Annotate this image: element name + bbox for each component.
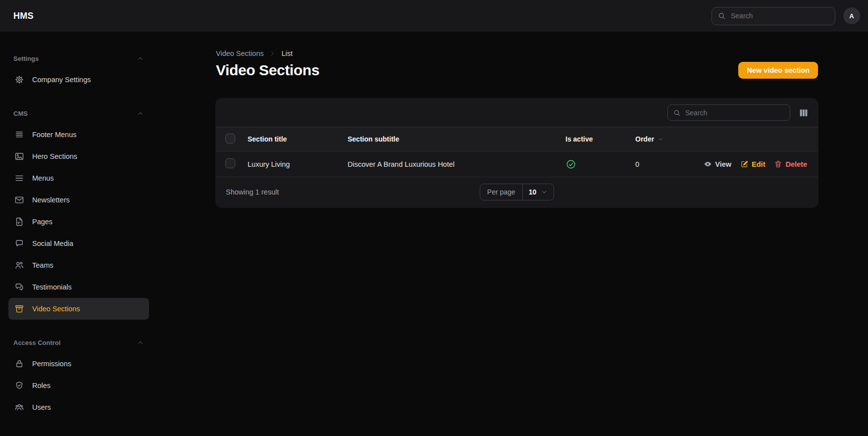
view-columns-icon xyxy=(798,107,809,118)
sidebar-item-video-sections[interactable]: Video Sections xyxy=(8,298,149,320)
sidebar-item-label: Users xyxy=(32,403,51,411)
sidebar-item-label: Company Settings xyxy=(32,76,91,84)
sidebar-item-testimonials[interactable]: Testimonials xyxy=(8,276,149,298)
user-avatar[interactable]: A xyxy=(843,7,860,24)
chevron-up-icon xyxy=(137,55,144,62)
sidebar-item-label: Video Sections xyxy=(32,305,80,313)
table-footer: Showing 1 result Per page 10 xyxy=(216,177,818,207)
select-all-checkbox[interactable] xyxy=(225,134,235,144)
toggle-columns-button[interactable] xyxy=(797,106,810,119)
sidebar-item-pages[interactable]: Pages xyxy=(8,211,149,233)
sidebar-group-cms: CMS Footer Menus Hero Sections Menu xyxy=(8,107,149,320)
column-header-is-active: Is active xyxy=(565,135,635,143)
chat-bubble-icon xyxy=(14,239,24,248)
group-label: Settings xyxy=(13,55,39,62)
per-page-select[interactable]: 10 xyxy=(523,184,554,200)
edit-action[interactable]: Edit xyxy=(740,160,765,168)
per-page-control: Per page 10 xyxy=(480,184,554,200)
check-circle-icon xyxy=(565,159,576,170)
sidebar-item-users[interactable]: Users xyxy=(8,396,149,418)
gear-icon xyxy=(14,75,24,85)
brand-logo[interactable]: HMS xyxy=(13,11,34,21)
sidebar-item-permissions[interactable]: Permissions xyxy=(8,353,149,375)
search-icon xyxy=(717,12,726,20)
sidebar-item-label: Testimonials xyxy=(32,283,72,291)
search-icon xyxy=(673,109,681,117)
sidebar-group-access-control: Access Control Permissions Roles Us xyxy=(8,337,149,418)
chevron-down-icon xyxy=(541,189,548,195)
chevron-right-icon xyxy=(269,50,276,57)
trash-icon xyxy=(774,160,782,168)
table-search xyxy=(667,104,790,121)
delete-action-label: Delete xyxy=(785,160,807,168)
row-checkbox[interactable] xyxy=(225,158,235,168)
group-label: Access Control xyxy=(13,339,60,346)
sidebar-item-social-media[interactable]: Social Media xyxy=(8,233,149,254)
sidebar-item-label: Menus xyxy=(32,174,54,182)
row-actions: View Edit Delete xyxy=(704,160,807,168)
new-video-section-button[interactable]: New video section xyxy=(738,62,818,79)
column-header-order-label: Order xyxy=(635,135,654,143)
photo-icon xyxy=(14,151,24,161)
global-search-input[interactable] xyxy=(712,7,835,25)
sidebar-group-access-control-header[interactable]: Access Control xyxy=(8,337,149,348)
pencil-square-icon xyxy=(740,160,749,168)
view-action[interactable]: View xyxy=(704,160,731,168)
cell-order: 0 xyxy=(635,160,710,168)
edit-action-label: Edit xyxy=(752,160,765,168)
chat-bubbles-icon xyxy=(14,282,24,292)
breadcrumb-list: List xyxy=(281,49,293,57)
hamburger-icon xyxy=(14,173,24,183)
row-select-cell xyxy=(225,158,248,170)
delete-action[interactable]: Delete xyxy=(774,160,807,168)
sidebar-item-hero-sections[interactable]: Hero Sections xyxy=(8,145,149,167)
sidebar-group-cms-header[interactable]: CMS xyxy=(8,107,149,119)
sidebar-item-company-settings[interactable]: Company Settings xyxy=(8,69,149,91)
list-lines-icon xyxy=(14,130,24,140)
sidebar-group-settings-header[interactable]: Settings xyxy=(8,52,149,64)
sidebar-group-settings: Settings Company Settings xyxy=(8,52,149,91)
table-toolbar xyxy=(216,98,818,127)
table-search-input[interactable] xyxy=(667,104,790,121)
archive-box-icon xyxy=(14,304,24,314)
sidebar-item-roles[interactable]: Roles xyxy=(8,375,149,396)
users-icon xyxy=(14,260,24,270)
sidebar-item-newsletters[interactable]: Newsletters xyxy=(8,189,149,211)
column-header-section-title: Section title xyxy=(248,135,348,143)
results-summary: Showing 1 result xyxy=(226,188,480,196)
table-card: Section title Section subtitle Is active… xyxy=(216,98,818,207)
sidebar-item-label: Pages xyxy=(32,218,52,226)
global-search xyxy=(712,7,835,25)
column-header-section-subtitle: Section subtitle xyxy=(348,135,565,143)
chevron-up-icon xyxy=(137,339,144,346)
group-label: CMS xyxy=(13,110,28,117)
cell-is-active xyxy=(565,159,635,170)
sidebar-item-footer-menus[interactable]: Footer Menus xyxy=(8,124,149,145)
topbar: HMS A xyxy=(0,0,868,32)
sidebar-item-teams[interactable]: Teams xyxy=(8,254,149,276)
per-page-value: 10 xyxy=(529,188,537,196)
sidebar-item-label: Newsletters xyxy=(32,196,70,204)
sidebar-item-menus[interactable]: Menus xyxy=(8,167,149,189)
column-header-order[interactable]: Order xyxy=(635,135,710,143)
envelope-icon xyxy=(14,195,24,205)
table-header-row: Section title Section subtitle Is active… xyxy=(216,127,818,151)
lock-icon xyxy=(14,359,24,369)
shield-check-icon xyxy=(14,381,24,390)
cell-section-subtitle: Discover A Brand Luxurious Hotel xyxy=(348,160,565,168)
cell-section-title: Luxury Living xyxy=(248,160,348,168)
sidebar-item-label: Teams xyxy=(32,261,53,269)
chevron-up-icon xyxy=(137,110,144,117)
view-action-label: View xyxy=(715,160,731,168)
sidebar-item-label: Roles xyxy=(32,382,51,389)
eye-icon xyxy=(704,160,712,168)
sidebar-item-label: Permissions xyxy=(32,360,71,368)
per-page-label: Per page xyxy=(480,184,523,200)
breadcrumb: Video Sections List xyxy=(216,49,818,57)
breadcrumb-video-sections[interactable]: Video Sections xyxy=(216,49,263,57)
document-icon xyxy=(14,217,24,227)
page-header: Video Sections New video section xyxy=(216,62,818,79)
sidebar-item-label: Footer Menus xyxy=(32,131,76,139)
select-all-cell xyxy=(225,134,248,145)
sidebar: Settings Company Settings CMS Footer Men… xyxy=(0,32,157,436)
